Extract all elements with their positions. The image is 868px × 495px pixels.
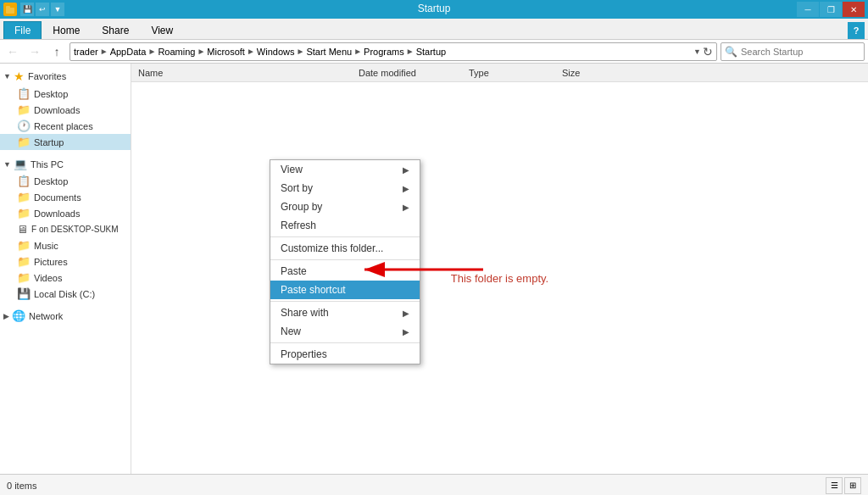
nav-label-desktop-favorites: Desktop [34, 89, 68, 99]
local-disk-icon: 💾 [17, 287, 31, 300]
col-header-name[interactable]: Name [135, 68, 355, 78]
nav-item-recent-places[interactable]: 🕐 Recent places [0, 118, 131, 134]
ctx-paste-shortcut[interactable]: Paste shortcut [270, 281, 420, 299]
addr-part-microsoft: Microsoft [207, 47, 245, 57]
ctx-new[interactable]: New ▶ [270, 322, 420, 341]
ctx-share-label: Share with [281, 307, 329, 319]
up-button[interactable]: ↑ [47, 42, 66, 61]
tab-share[interactable]: Share [91, 21, 140, 39]
search-box[interactable]: 🔍 [721, 42, 865, 61]
column-header: Name Date modified Type Size [131, 64, 868, 82]
ctx-group-arrow: ▶ [403, 203, 409, 212]
ctx-divider-3 [270, 301, 420, 302]
ctx-view-arrow: ▶ [403, 165, 409, 175]
nav-label-f-drive: F on DESKTOP-SUKM [31, 225, 119, 234]
ctx-customize[interactable]: Customize this folder... [270, 239, 420, 258]
music-icon: 📁 [17, 239, 31, 252]
favorites-star-icon: ★ [14, 70, 25, 83]
addr-part-windows: Windows [257, 47, 295, 57]
ctx-sort-label: Sort by [281, 182, 313, 194]
favorites-arrow: ▼ [3, 72, 11, 81]
context-menu: View ▶ Sort by ▶ Group by ▶ Refresh Cust… [270, 159, 420, 364]
favorites-label: Favorites [28, 71, 66, 81]
quick-access-toolbar: 💾 ↩ ▼ [20, 3, 64, 16]
nav-label-documents: Documents [34, 192, 81, 203]
ctx-paste-shortcut-label: Paste shortcut [281, 284, 346, 296]
addr-part-appdata: AppData [110, 47, 147, 57]
restore-button[interactable]: ❐ [820, 2, 842, 17]
search-input[interactable] [741, 47, 860, 57]
nav-item-local-disk[interactable]: 💾 Local Disk (C:) [0, 286, 131, 302]
ctx-paste[interactable]: Paste [270, 262, 420, 281]
nav-item-videos[interactable]: 📁 Videos [0, 270, 131, 286]
qat-dropdown-button[interactable]: ▼ [51, 3, 64, 16]
address-dropdown-button[interactable]: ▼ [693, 47, 701, 56]
nav-label-recent-places: Recent places [34, 121, 93, 131]
ctx-sort-by[interactable]: Sort by ▶ [270, 179, 420, 197]
favorites-header[interactable]: ▼ ★ Favorites [0, 67, 131, 86]
ctx-view[interactable]: View ▶ [270, 160, 420, 179]
details-view-button[interactable]: ☰ [826, 477, 843, 494]
qat-save-button[interactable]: 💾 [20, 3, 34, 16]
ctx-paste-label: Paste [281, 265, 307, 277]
addr-part-startup: Startup [416, 47, 446, 57]
col-header-type[interactable]: Type [465, 68, 559, 78]
nav-item-f-drive[interactable]: 🖥 F on DESKTOP-SUKM [0, 221, 131, 237]
ctx-refresh-label: Refresh [281, 220, 316, 231]
nav-label-downloads-pc: Downloads [34, 209, 80, 219]
items-count: 0 items [7, 481, 36, 491]
nav-item-documents[interactable]: 📁 Documents [0, 189, 131, 205]
nav-item-pictures[interactable]: 📁 Pictures [0, 253, 131, 270]
large-icons-view-button[interactable]: ⊞ [844, 477, 861, 494]
help-button[interactable]: ? [848, 22, 865, 39]
tab-home[interactable]: Home [42, 21, 91, 39]
ctx-customize-label: Customize this folder... [281, 242, 383, 254]
main-area: ▼ ★ Favorites 📋 Desktop 📁 Downloads 🕐 Re… [0, 64, 868, 474]
tab-file[interactable]: File [3, 21, 42, 39]
nav-item-startup[interactable]: 📁 Startup [0, 134, 131, 150]
ribbon-tabs: File Home Share View ? [0, 19, 868, 39]
nav-label-downloads-favorites: Downloads [34, 105, 80, 115]
window-title: Startup [418, 3, 451, 14]
ctx-properties[interactable]: Properties [270, 345, 420, 364]
qat-undo-button[interactable]: ↩ [36, 3, 49, 16]
window-controls: ─ ❐ ✕ [797, 2, 865, 17]
ctx-group-label: Group by [281, 201, 322, 213]
address-bar[interactable]: trader ► AppData ► Roaming ► Microsoft ►… [70, 42, 717, 61]
nav-item-downloads-pc[interactable]: 📁 Downloads [0, 205, 131, 221]
nav-item-desktop-pc[interactable]: 📋 Desktop [0, 173, 131, 189]
ctx-share-arrow: ▶ [403, 309, 409, 318]
ctx-sort-arrow: ▶ [403, 184, 409, 193]
close-button[interactable]: ✕ [843, 2, 865, 17]
refresh-button[interactable]: ↻ [703, 45, 713, 58]
ctx-new-label: New [281, 325, 301, 337]
tab-view[interactable]: View [140, 21, 184, 39]
thispc-header[interactable]: ▼ 💻 This PC [0, 155, 131, 173]
nav-item-music[interactable]: 📁 Music [0, 237, 131, 253]
forward-button[interactable]: → [25, 42, 44, 61]
ctx-share-with[interactable]: Share with ▶ [270, 303, 420, 322]
file-content-area: This folder is empty. [131, 82, 868, 474]
nav-item-desktop-favorites[interactable]: 📋 Desktop [0, 86, 131, 102]
file-area: Name Date modified Type Size This folder… [131, 64, 868, 474]
col-header-size[interactable]: Size [559, 68, 626, 78]
minimize-button[interactable]: ─ [797, 2, 819, 17]
title-bar-left: 💾 ↩ ▼ [3, 3, 64, 16]
ctx-divider-4 [270, 342, 420, 343]
network-header[interactable]: ▶ 🌐 Network [0, 307, 131, 325]
back-button[interactable]: ← [3, 42, 22, 61]
ctx-divider-2 [270, 259, 420, 260]
nav-label-pictures: Pictures [34, 257, 68, 267]
nav-label-desktop-pc: Desktop [34, 176, 68, 186]
addr-part-roaming: Roaming [158, 47, 195, 57]
addr-part-trader: trader [74, 47, 98, 57]
ctx-refresh[interactable]: Refresh [270, 216, 420, 235]
ctx-group-by[interactable]: Group by ▶ [270, 197, 420, 216]
ribbon: File Home Share View ? [0, 19, 868, 40]
nav-label-music: Music [34, 241, 58, 251]
addr-part-startmenu: Start Menu [306, 47, 352, 57]
nav-item-downloads-favorites[interactable]: 📁 Downloads [0, 102, 131, 118]
col-header-date[interactable]: Date modified [355, 68, 465, 78]
status-bar: 0 items ☰ ⊞ [0, 474, 868, 495]
thispc-label: This PC [31, 159, 64, 170]
